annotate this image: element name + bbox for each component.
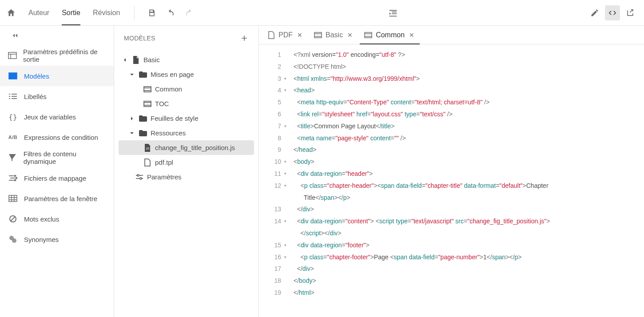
sidebar-item-3[interactable]: {}Jeux de variables bbox=[0, 107, 114, 127]
tree: Basic Mises en page Common TOC Feuilles … bbox=[114, 51, 258, 186]
close-icon[interactable]: ✕ bbox=[408, 32, 415, 39]
sidebar-item-label: Fichiers de mappage bbox=[24, 174, 86, 182]
sidebar-item-9[interactable]: Synonymes bbox=[0, 229, 114, 250]
settings-icon bbox=[135, 174, 143, 180]
sidebar-item-1[interactable]: Modèles bbox=[0, 66, 114, 86]
code-editor[interactable]: 12345678910111213141516171819 <?xml vers… bbox=[259, 44, 644, 317]
sidebar-item-2[interactable]: Libellés bbox=[0, 86, 114, 107]
tree-item-label: Common bbox=[155, 85, 182, 93]
sidebar-item-label: Synonymes bbox=[24, 236, 59, 243]
tree-layout-common[interactable]: Common bbox=[119, 82, 254, 96]
nav-icon bbox=[8, 175, 18, 181]
edit-pencil-icon[interactable] bbox=[587, 5, 602, 20]
js-file-icon: JS bbox=[143, 144, 151, 152]
chevron-down-icon bbox=[128, 72, 135, 77]
sidebar-item-label: Paramètres de la fenêtre bbox=[24, 195, 97, 202]
svg-point-26 bbox=[12, 238, 16, 243]
svg-rect-30 bbox=[144, 101, 151, 107]
nav-icon bbox=[8, 154, 17, 162]
layout-icon bbox=[143, 86, 151, 92]
models-tree-panel: MODÈLES Basic Mises en page Common bbox=[114, 26, 259, 317]
sidebar-item-5[interactable]: Filtres de contenu dynamique bbox=[0, 147, 114, 168]
tree-params[interactable]: Paramètres bbox=[119, 170, 254, 184]
tab-icon bbox=[268, 31, 275, 39]
nav-icon bbox=[8, 195, 18, 202]
tree-styles-label: Feuilles de style bbox=[151, 115, 199, 122]
tab-icon bbox=[364, 32, 372, 38]
chevron-right-icon bbox=[128, 116, 135, 121]
tab-label: Common bbox=[376, 31, 405, 39]
chevron-down-icon bbox=[128, 131, 135, 135]
nav-icon bbox=[8, 235, 18, 243]
folder-icon bbox=[139, 71, 147, 78]
layout-icon bbox=[143, 101, 151, 107]
panel-title: MODÈLES bbox=[124, 35, 155, 42]
tab-label: PDF bbox=[278, 31, 293, 39]
tree-resource-tpl[interactable]: pdf.tpl bbox=[119, 155, 254, 170]
tree-item-label: TOC bbox=[155, 100, 169, 107]
svg-rect-38 bbox=[314, 32, 322, 38]
svg-line-24 bbox=[11, 217, 15, 221]
home-icon[interactable] bbox=[6, 8, 16, 18]
close-icon[interactable]: ✕ bbox=[346, 32, 354, 39]
sidebar-item-label: Expressions de condition bbox=[24, 134, 98, 141]
editor-tab-common[interactable]: Common✕ bbox=[360, 26, 420, 44]
tree-resources-label: Ressources bbox=[151, 129, 186, 137]
tree-styles[interactable]: Feuilles de style bbox=[119, 111, 254, 126]
tree-layouts[interactable]: Mises en page bbox=[119, 67, 254, 82]
folder-icon bbox=[139, 130, 147, 136]
editor-tab-pdf[interactable]: PDF✕ bbox=[263, 26, 308, 44]
svg-rect-41 bbox=[365, 32, 372, 38]
sidebar-item-7[interactable]: Paramètres de la fenêtre bbox=[0, 188, 114, 209]
editor-tab-basic[interactable]: Basic✕ bbox=[310, 26, 358, 44]
view-actions bbox=[587, 5, 638, 20]
nav-icon bbox=[8, 52, 17, 59]
svg-text:JS: JS bbox=[146, 147, 150, 150]
line-gutter: 12345678910111213141516171819 bbox=[259, 44, 286, 317]
sidebar-item-label: Modèles bbox=[24, 72, 49, 80]
left-sidebar: Paramètres prédéfinis de sortieModèlesLi… bbox=[0, 26, 114, 317]
source-view-icon[interactable] bbox=[605, 5, 620, 20]
sidebar-item-6[interactable]: Fichiers de mappage bbox=[0, 168, 114, 188]
sidebar-item-8[interactable]: Mots exclus bbox=[0, 209, 114, 229]
undo-icon[interactable] bbox=[166, 8, 175, 18]
tree-layouts-label: Mises en page bbox=[151, 71, 194, 78]
sidebar-item-4[interactable]: A/BExpressions de condition bbox=[0, 127, 114, 147]
tree-params-label: Paramètres bbox=[147, 173, 182, 181]
svg-point-16 bbox=[16, 178, 17, 179]
mode-tab-révision[interactable]: Révision bbox=[87, 0, 126, 25]
close-icon[interactable]: ✕ bbox=[296, 32, 303, 39]
collapse-sidebar-icon[interactable] bbox=[0, 26, 114, 45]
editor-panel: PDF✕Basic✕Common✕ 1234567891011121314151… bbox=[259, 26, 644, 317]
tree-item-label: pdf.tpl bbox=[155, 158, 173, 166]
add-icon[interactable] bbox=[240, 34, 249, 43]
tab-icon bbox=[314, 32, 322, 38]
tab-label: Basic bbox=[326, 31, 343, 39]
tree-layout-toc[interactable]: TOC bbox=[119, 96, 254, 111]
sidebar-item-label: Mots exclus bbox=[24, 215, 59, 223]
svg-point-15 bbox=[15, 175, 16, 177]
mode-tab-sortie[interactable]: Sortie bbox=[56, 0, 87, 25]
sidebar-item-label: Jeux de variables bbox=[24, 113, 76, 121]
sidebar-item-0[interactable]: Paramètres prédéfinis de sortie bbox=[0, 45, 114, 66]
indent-icon[interactable] bbox=[388, 8, 398, 18]
nav-icon bbox=[8, 93, 18, 99]
sidebar-item-label: Paramètres prédéfinis de sortie bbox=[23, 48, 106, 63]
save-icon[interactable] bbox=[147, 8, 157, 18]
tree-resources[interactable]: Ressources bbox=[119, 126, 254, 140]
svg-point-37 bbox=[140, 178, 142, 179]
tree-back[interactable]: Basic bbox=[119, 52, 254, 67]
mode-tab-auteur[interactable]: Auteur bbox=[22, 0, 56, 25]
svg-point-17 bbox=[15, 180, 16, 181]
file-icon bbox=[132, 56, 140, 64]
sidebar-item-label: Libellés bbox=[24, 93, 47, 100]
redo-icon[interactable] bbox=[184, 8, 194, 18]
nav-icon bbox=[8, 215, 18, 223]
sidebar-item-label: Filtres de contenu dynamique bbox=[24, 150, 106, 165]
export-icon[interactable] bbox=[623, 5, 638, 20]
top-toolbar: AuteurSortieRévision bbox=[0, 0, 644, 26]
tree-resource-js[interactable]: JS change_fig_title_position.js bbox=[119, 140, 254, 155]
source-text[interactable]: <?xml version="1.0" encoding="utf-8" ?><… bbox=[286, 44, 644, 317]
tree-item-label: change_fig_title_position.js bbox=[155, 144, 235, 151]
chevron-left-icon bbox=[121, 58, 128, 62]
